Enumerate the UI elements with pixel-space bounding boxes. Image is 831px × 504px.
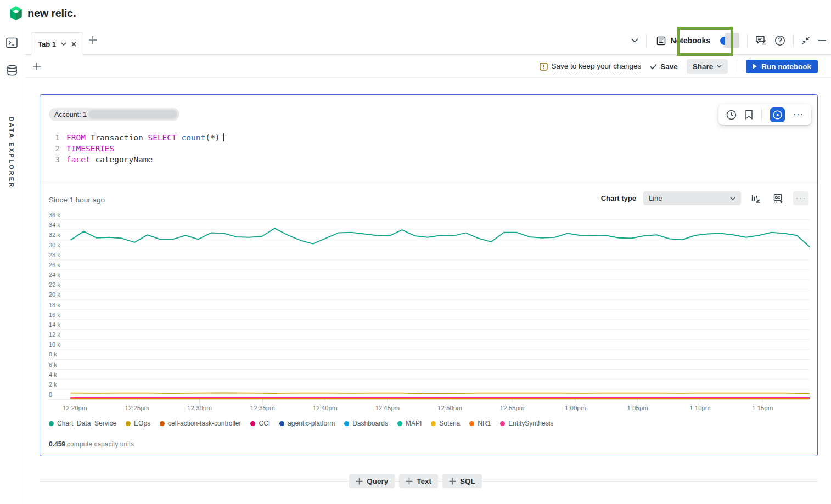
add-sql-label: SQL (460, 477, 475, 485)
legend-item[interactable]: agentic-platform (279, 420, 335, 427)
add-to-dashboard-icon[interactable] (771, 191, 786, 205)
legend-item[interactable]: NR1 (469, 420, 491, 427)
svg-text:2 k: 2 k (49, 381, 57, 388)
tab-1[interactable]: Tab 1 (31, 32, 83, 55)
save-button-label: Save (660, 63, 678, 71)
save-warning-text[interactable]: Save to keep your changes (552, 62, 642, 71)
legend-label: Chart_Data_Service (57, 420, 116, 427)
divider (793, 34, 794, 47)
legend-dot (279, 421, 284, 426)
svg-text:1:00pm: 1:00pm (565, 405, 586, 411)
help-icon[interactable] (774, 35, 785, 46)
add-sql-button[interactable]: SQL (442, 474, 482, 488)
svg-text:12:20pm: 12:20pm (63, 405, 87, 411)
svg-text:12:40pm: 12:40pm (313, 405, 338, 411)
new-relic-logo[interactable]: new relic. (9, 5, 76, 21)
svg-text:18 k: 18 k (49, 302, 60, 308)
timeseries-chart[interactable]: 02 k4 k6 k8 k10 k12 k14 k16 k18 k20 k22 … (49, 212, 810, 421)
collapse-icon[interactable] (801, 36, 810, 45)
run-notebook-button[interactable]: Run notebook (746, 60, 818, 73)
svg-text:6 k: 6 k (49, 361, 57, 368)
tab-close-icon[interactable] (71, 42, 76, 47)
header-chevron-down-icon[interactable] (631, 38, 638, 43)
chart-type-value: Line (649, 194, 662, 202)
svg-text:36 k: 36 k (49, 212, 60, 218)
data-explorer-rail-label[interactable]: DATA EXPLORER (8, 117, 15, 189)
legend-item[interactable]: Chart_Data_Service (49, 420, 116, 427)
legend-dot (397, 421, 402, 426)
notebooks-button[interactable]: Notebooks (654, 33, 712, 49)
edit-chart-icon[interactable] (748, 191, 763, 205)
brand-text: new relic. (27, 7, 76, 20)
notebook-toolbar: Save to keep your changes Save Share Run… (24, 55, 831, 78)
add-cell-top-button[interactable] (32, 62, 41, 71)
history-clock-icon[interactable] (726, 110, 737, 120)
legend-label: NR1 (478, 420, 491, 427)
chart-type-select[interactable]: Line (643, 191, 741, 205)
chart-type-label: Chart type (601, 194, 636, 202)
tabbar-right-controls: Notebooks (631, 26, 827, 55)
bookmark-icon[interactable] (745, 110, 753, 120)
notebooks-icon (656, 36, 666, 46)
blurred-account-block (725, 33, 739, 48)
legend-item[interactable]: cell-action-task-controller (160, 420, 241, 427)
legend-item[interactable]: MAPI (397, 420, 422, 427)
account-selector[interactable]: Account: 1 (49, 108, 179, 121)
query-console-icon[interactable] (6, 37, 18, 48)
svg-text:30 k: 30 k (49, 242, 60, 248)
account-label: Account: 1 (54, 111, 87, 118)
blurred-account-name (88, 110, 177, 119)
svg-text:20 k: 20 k (49, 291, 60, 298)
plus-icon (406, 478, 413, 485)
tab-chevron-down-icon[interactable] (61, 42, 66, 46)
divider (646, 34, 647, 47)
run-cell-button[interactable] (770, 107, 785, 122)
add-tab-button[interactable] (88, 35, 98, 45)
legend-label: EntitySynthesis (508, 420, 553, 427)
plus-icon (449, 478, 456, 485)
legend-label: CCI (259, 420, 270, 427)
capacity-value: 0.459 (49, 440, 65, 448)
svg-text:4 k: 4 k (49, 371, 57, 378)
feedback-icon[interactable] (755, 35, 767, 46)
legend-label: agentic-platform (288, 420, 335, 427)
svg-text:12:35pm: 12:35pm (250, 405, 275, 411)
legend-item[interactable]: Soteria (431, 420, 460, 427)
svg-text:12:25pm: 12:25pm (125, 405, 149, 411)
cell-more-options-icon[interactable]: ··· (793, 112, 804, 117)
legend-item[interactable]: EntitySynthesis (500, 420, 553, 427)
svg-text:12:30pm: 12:30pm (187, 405, 212, 411)
data-explorer-icon[interactable] (7, 65, 18, 77)
legend-label: Dashboards (352, 420, 388, 427)
legend-dot (49, 421, 54, 426)
share-button[interactable]: Share (687, 59, 728, 74)
chart-time-range-label: Since 1 hour ago (49, 196, 105, 204)
legend-dot (500, 421, 505, 426)
svg-text:10 k: 10 k (49, 341, 60, 348)
svg-text:32 k: 32 k (49, 231, 60, 238)
query-code[interactable]: 1FROM Transaction SELECT count(*)2TIMESE… (50, 132, 224, 165)
notebook-cell: Account: 1 ··· 1FROM Transaction SELECT … (40, 94, 818, 456)
save-button[interactable]: Save (650, 63, 678, 71)
legend-item[interactable]: Dashboards (344, 420, 388, 427)
warning-icon (540, 63, 548, 71)
tab-bar: Tab 1 Notebooks (24, 26, 831, 55)
add-text-button[interactable]: Text (399, 474, 438, 488)
svg-text:1:05pm: 1:05pm (627, 405, 648, 411)
check-icon (650, 64, 657, 70)
chart-more-options-icon[interactable]: ··· (793, 191, 808, 205)
svg-text:1:10pm: 1:10pm (689, 405, 710, 411)
add-query-button[interactable]: Query (349, 474, 395, 488)
run-notebook-label: Run notebook (761, 63, 811, 71)
divider (747, 34, 748, 47)
capacity-label: compute capacity units (67, 440, 134, 448)
legend-dot (250, 421, 255, 426)
legend-dot (160, 421, 165, 426)
legend-item[interactable]: EOps (126, 420, 150, 427)
legend-item[interactable]: CCI (250, 420, 270, 427)
divider (761, 108, 762, 121)
divider (737, 60, 737, 73)
user-account-blurred[interactable] (720, 33, 739, 48)
add-query-label: Query (367, 477, 388, 485)
minimize-icon[interactable] (818, 39, 827, 42)
